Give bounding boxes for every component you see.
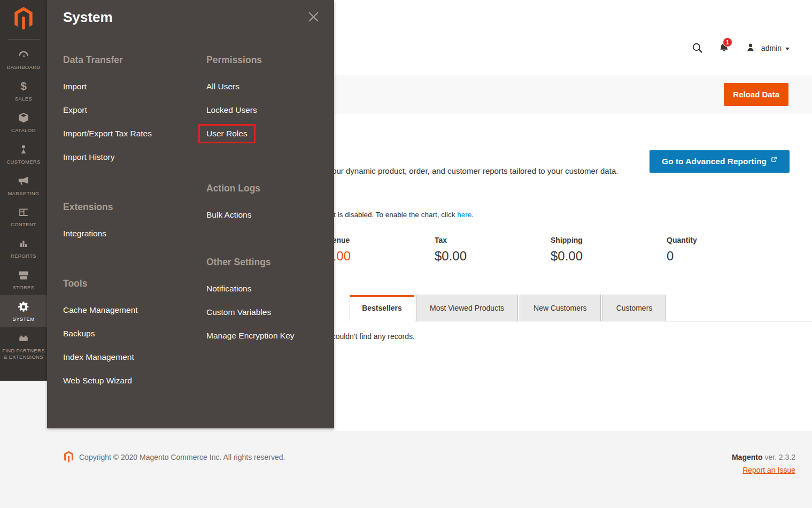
menu-item-backups[interactable]: Backups [63, 322, 194, 345]
flyout-title: System [63, 9, 113, 26]
flyout-section-other-settings: Other Settings Notifications Custom Vari… [206, 256, 337, 348]
sidebar-item-system[interactable]: System [0, 295, 47, 327]
external-link-icon [771, 156, 777, 163]
sidebar-divider [7, 39, 40, 40]
close-icon[interactable] [307, 11, 320, 23]
menu-item-index-management[interactable]: Index Management [63, 345, 194, 369]
chevron-down-icon [785, 48, 790, 50]
sidebar-item-catalog[interactable]: Catalog [0, 106, 47, 138]
find-partners-icon [2, 332, 45, 345]
menu-item-web-setup-wizard[interactable]: Web Setup Wizard [63, 369, 194, 392]
sales-icon: $ [2, 80, 45, 93]
sidebar-item-dashboard[interactable]: Dashboard [0, 43, 47, 75]
user-roles-highlight-box[interactable]: User Roles [198, 124, 256, 143]
catalog-icon [2, 111, 45, 125]
admin-username: admin [761, 44, 782, 52]
menu-item-bulk-actions[interactable]: Bulk Actions [206, 203, 337, 227]
go-to-advanced-reporting-button[interactable]: Go to Advanced Reporting [649, 150, 790, 173]
customers-icon [2, 143, 45, 156]
sidebar-item-reports[interactable]: Reports [0, 232, 47, 264]
tab-customers[interactable]: Customers [602, 295, 667, 321]
system-gear-icon [2, 300, 45, 313]
menu-item-all-users[interactable]: All Users [206, 75, 337, 98]
reports-icon [2, 237, 45, 250]
tab-most-viewed-products[interactable]: Most Viewed Products [416, 295, 518, 321]
content-icon [2, 205, 45, 219]
magento-logo[interactable] [13, 7, 34, 30]
menu-item-manage-encryption-key[interactable]: Manage Encryption Key [206, 324, 337, 348]
menu-item-import-history[interactable]: Import History [63, 145, 194, 169]
system-flyout-menu: System Data Transfer Import Export Impor… [47, 0, 334, 428]
copyright-text: Copyright © 2020 Magento Commerce Inc. A… [79, 453, 285, 461]
report-an-issue-link[interactable]: Report an Issue [743, 466, 795, 474]
sidebar-item-sales[interactable]: $ Sales [0, 75, 47, 106]
flyout-section-action-logs: Action Logs Bulk Actions [206, 182, 337, 227]
header-actions: 1 admin [691, 42, 790, 55]
reload-data-button[interactable]: Reload Data [724, 83, 788, 106]
magento-admin-page: 1 admin Reload Data Gain new insights an… [0, 0, 812, 508]
dashboard-tabs: Bestsellers Most Viewed Products New Cus… [350, 295, 812, 321]
flyout-section-data-transfer: Data Transfer Import Export Import/Expor… [63, 53, 194, 169]
admin-sidebar: Dashboard $ Sales Catalog Customers [0, 0, 47, 381]
flyout-section-permissions: Permissions All Users Locked Users User … [206, 53, 337, 145]
sidebar-item-content[interactable]: Content [0, 201, 47, 232]
dashboard-totals: Revenue $0.00 Tax $0.00 Shipping $0.00 Q… [319, 236, 783, 264]
sidebar-item-find-partners-extensions[interactable]: Find Partners & Extensions [0, 327, 47, 365]
menu-item-cache-management[interactable]: Cache Management [63, 298, 194, 322]
stat-quantity: Quantity 0 [667, 236, 783, 264]
menu-item-import[interactable]: Import [63, 75, 194, 98]
menu-item-import-export-tax-rates[interactable]: Import/Export Tax Rates [63, 122, 194, 145]
menu-item-notifications[interactable]: Notifications [206, 277, 337, 301]
notifications-bell-icon[interactable]: 1 [718, 42, 731, 55]
search-icon[interactable] [691, 42, 704, 55]
flyout-section-extensions: Extensions Integrations [63, 201, 194, 245]
chart-disabled-note: Chart is disabled. To enable the chart, … [318, 211, 474, 219]
menu-item-locked-users[interactable]: Locked Users [206, 98, 337, 122]
sidebar-item-stores[interactable]: Stores [0, 264, 47, 295]
menu-item-custom-variables[interactable]: Custom Variables [206, 301, 337, 324]
tab-new-customers[interactable]: New Customers [520, 295, 601, 321]
notification-badge: 1 [723, 37, 732, 47]
sidebar-item-customers[interactable]: Customers [0, 138, 47, 170]
flyout-section-tools: Tools Cache Management Backups Index Man… [63, 277, 194, 392]
version-text: Magento ver. 2.3.2 [732, 453, 795, 461]
marketing-icon [2, 174, 45, 188]
enable-chart-link[interactable]: here [457, 211, 471, 219]
stat-shipping: Shipping $0.00 [551, 236, 667, 264]
sidebar-item-marketing[interactable]: Marketing [0, 170, 47, 201]
sidebar-nav: Dashboard $ Sales Catalog Customers [0, 43, 47, 365]
menu-item-export[interactable]: Export [63, 98, 194, 122]
magento-footer-logo [64, 451, 74, 463]
stat-tax: Tax $0.00 [435, 236, 551, 264]
dashboard-icon [2, 48, 45, 61]
user-icon [745, 42, 757, 55]
advanced-reporting-button-label: Go to Advanced Reporting [662, 157, 767, 166]
menu-item-integrations[interactable]: Integrations [63, 222, 194, 245]
tab-bestsellers[interactable]: Bestsellers [350, 295, 414, 321]
admin-footer: Copyright © 2020 Magento Commerce Inc. A… [0, 433, 812, 508]
admin-user-menu[interactable]: admin [745, 42, 790, 55]
menu-item-user-roles[interactable]: User Roles [206, 122, 337, 145]
stores-icon [2, 268, 45, 282]
